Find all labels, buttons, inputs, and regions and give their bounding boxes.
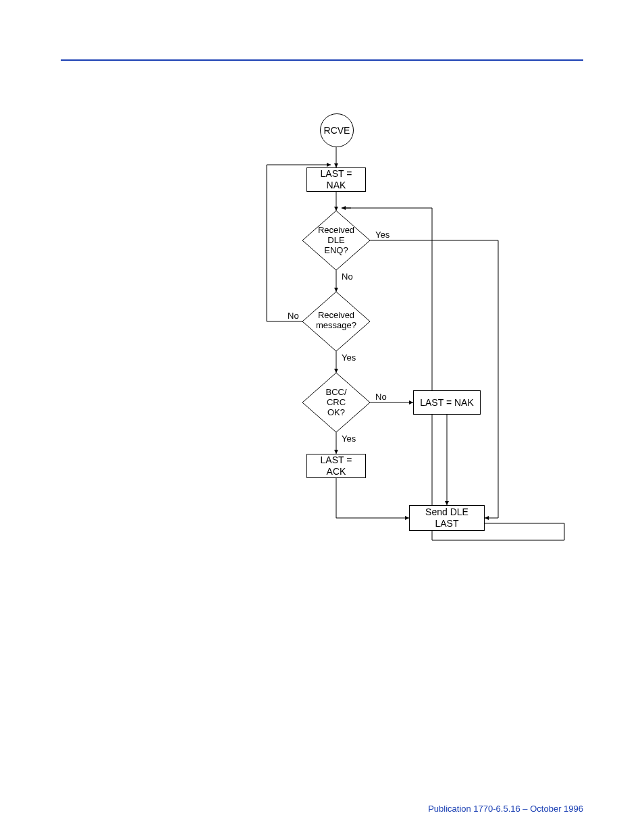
page: RCVE LAST = NAK ReceivedDLEENQ? Received… <box>0 0 644 834</box>
node-last-ack-label: LAST = ACK <box>311 454 361 477</box>
edge-crc-yes: Yes <box>342 434 356 444</box>
edge-enq-no: No <box>342 271 353 282</box>
edge-msg-no: No <box>288 311 299 321</box>
edge-msg-yes: Yes <box>342 353 356 363</box>
node-last-nak-right: LAST = NAK <box>413 390 481 415</box>
node-send-dle-last-label: Send DLE LAST <box>414 506 480 529</box>
node-bcc-crc-ok-label: BCC/CRCOK? <box>309 388 363 418</box>
node-rcve: RCVE <box>320 113 354 147</box>
node-last-nak-right-label: LAST = NAK <box>420 397 474 409</box>
node-last-nak-top-label: LAST = NAK <box>311 168 361 191</box>
edge-enq-yes: Yes <box>375 230 390 240</box>
publication-footer: Publication 1770-6.5.16 – October 1996 <box>428 804 583 814</box>
edge-crc-no: No <box>375 392 387 402</box>
node-received-message-label: Receivedmessage? <box>309 311 363 331</box>
node-received-dle-enq-label: ReceivedDLEENQ? <box>309 226 363 256</box>
node-last-nak-top: LAST = NAK <box>306 167 366 192</box>
node-rcve-label: RCVE <box>324 125 350 136</box>
node-last-ack: LAST = ACK <box>306 454 366 478</box>
node-send-dle-last: Send DLE LAST <box>409 505 485 531</box>
